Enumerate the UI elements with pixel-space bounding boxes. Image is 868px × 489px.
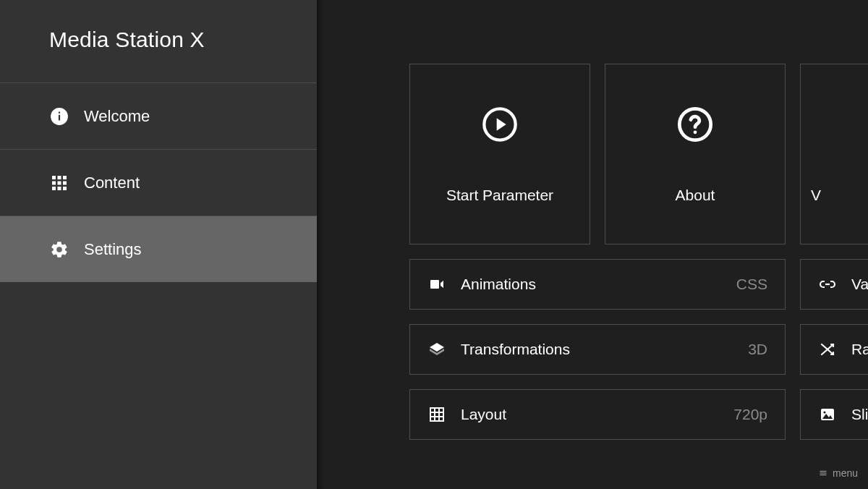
app-title: Media Station X xyxy=(0,0,317,82)
row-value: 3D xyxy=(748,341,767,358)
videocam-icon xyxy=(427,275,446,294)
setting-random[interactable]: Ra xyxy=(800,324,868,375)
row-label: Ra xyxy=(851,341,868,358)
row-label: Layout xyxy=(461,406,733,423)
settings-column-b: Va Ra Sli xyxy=(800,259,868,440)
row-label: Animations xyxy=(461,276,736,293)
grid-icon xyxy=(427,405,446,424)
svg-rect-10 xyxy=(58,187,61,190)
svg-rect-11 xyxy=(63,187,67,190)
menu-icon xyxy=(818,468,828,478)
gear-icon xyxy=(49,239,69,260)
row-label: Va xyxy=(851,276,868,293)
tile-label: V xyxy=(811,187,821,204)
apps-icon xyxy=(49,173,69,193)
settings-column-a: Animations CSS Transformations 3D xyxy=(409,259,786,440)
svg-rect-9 xyxy=(52,187,56,190)
svg-rect-6 xyxy=(52,181,56,184)
main-panel: Start Parameter About V xyxy=(317,0,868,489)
svg-rect-4 xyxy=(58,176,61,179)
svg-rect-1 xyxy=(59,114,60,120)
row-label: Transformations xyxy=(461,341,748,358)
tile-start-parameter[interactable]: Start Parameter xyxy=(409,64,590,244)
setting-transformations[interactable]: Transformations 3D xyxy=(409,324,786,375)
row-label: Sli xyxy=(851,406,868,423)
tile-about[interactable]: About xyxy=(605,64,786,244)
help-circle-icon xyxy=(675,104,715,145)
row-value: CSS xyxy=(736,276,767,293)
tile-row: Start Parameter About V xyxy=(409,64,868,244)
play-circle-icon xyxy=(480,104,520,145)
sidebar-item-settings[interactable]: Settings xyxy=(0,216,317,282)
sidebar-item-welcome[interactable]: Welcome xyxy=(0,82,317,149)
link-icon xyxy=(818,275,837,294)
setting-validate-links[interactable]: Va xyxy=(800,259,868,310)
svg-rect-2 xyxy=(59,111,60,113)
svg-rect-5 xyxy=(63,176,67,179)
image-icon xyxy=(818,405,837,424)
layers-icon xyxy=(427,340,446,359)
row-value: 720p xyxy=(733,406,767,423)
tile-label: Start Parameter xyxy=(446,187,553,204)
setting-slideshow[interactable]: Sli xyxy=(800,389,868,440)
sidebar-item-label: Content xyxy=(84,174,140,192)
shuffle-icon xyxy=(818,340,837,359)
svg-rect-7 xyxy=(58,181,61,184)
blank-icon xyxy=(811,104,851,145)
sidebar-item-label: Welcome xyxy=(84,107,150,126)
sidebar-item-label: Settings xyxy=(84,240,142,259)
sidebar-item-content[interactable]: Content xyxy=(0,149,317,216)
svg-point-15 xyxy=(694,130,697,134)
menu-hint[interactable]: menu xyxy=(818,467,858,479)
setting-layout[interactable]: Layout 720p xyxy=(409,389,786,440)
svg-rect-18 xyxy=(430,408,443,421)
svg-marker-13 xyxy=(497,118,506,130)
sidebar: Media Station X Welcome Content Settings xyxy=(0,0,317,489)
tile-partial[interactable]: V xyxy=(800,64,868,244)
setting-animations[interactable]: Animations CSS xyxy=(409,259,786,310)
info-icon xyxy=(49,106,69,127)
svg-rect-3 xyxy=(52,176,56,179)
menu-hint-label: menu xyxy=(833,467,858,479)
svg-point-25 xyxy=(823,411,825,413)
svg-rect-8 xyxy=(63,181,67,184)
tile-label: About xyxy=(676,187,715,204)
